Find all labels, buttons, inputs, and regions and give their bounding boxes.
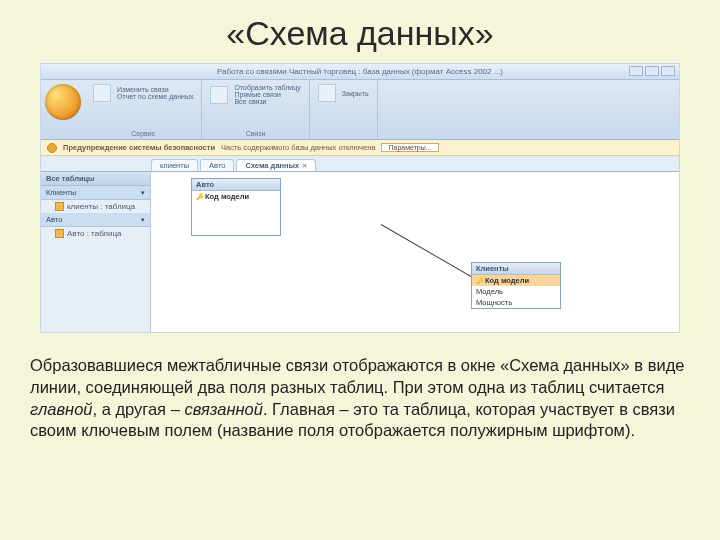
text-emphasis: связанной bbox=[184, 400, 263, 418]
edit-rel-icon[interactable] bbox=[93, 84, 111, 102]
table-title: Авто bbox=[192, 179, 280, 191]
nav-section-label: Авто bbox=[46, 215, 62, 224]
field-empty bbox=[192, 202, 280, 213]
relationship-canvas[interactable]: Авто Код модели Клиенты Код модели Модел… bbox=[151, 172, 679, 332]
tab-clients[interactable]: клиенты bbox=[151, 159, 198, 171]
table-icon bbox=[55, 229, 64, 238]
ribbon-group-relations: Связи bbox=[210, 130, 300, 137]
security-options-button[interactable]: Параметры... bbox=[381, 143, 438, 152]
nav-item-clients-table[interactable]: клиенты : таблица bbox=[41, 200, 150, 213]
nav-item-label: клиенты : таблица bbox=[67, 202, 135, 211]
window-title: Работа со связями Частный торговец : баз… bbox=[217, 67, 503, 76]
office-button[interactable] bbox=[45, 84, 81, 120]
minimize-button[interactable] bbox=[629, 66, 643, 76]
nav-section-label: Клиенты bbox=[46, 188, 76, 197]
table-icon bbox=[55, 202, 64, 211]
window-title-bar: Работа со связями Частный торговец : баз… bbox=[41, 64, 679, 80]
field-key[interactable]: Код модели bbox=[472, 275, 560, 286]
tab-auto[interactable]: Авто bbox=[200, 159, 234, 171]
diagram-table-auto[interactable]: Авто Код модели bbox=[191, 178, 281, 236]
close-icon[interactable] bbox=[318, 84, 336, 102]
security-label: Предупреждение системы безопасности bbox=[63, 143, 215, 152]
nav-header[interactable]: Все таблицы bbox=[41, 172, 150, 186]
field[interactable]: Мощность bbox=[472, 297, 560, 308]
tab-label: Авто bbox=[209, 161, 225, 170]
diagram-table-clients[interactable]: Клиенты Код модели Модель Мощность bbox=[471, 262, 561, 309]
tab-label: Схема данных bbox=[245, 161, 299, 170]
shield-icon bbox=[47, 143, 57, 153]
work-area: Все таблицы Клиенты ▾ клиенты : таблица … bbox=[41, 172, 679, 332]
chevron-down-icon: ▾ bbox=[141, 216, 145, 224]
ribbon-btn-close[interactable]: Закрыть bbox=[342, 90, 369, 97]
field-empty bbox=[192, 213, 280, 224]
ribbon: Изменить связи Отчет по схеме данных Сер… bbox=[41, 80, 679, 140]
access-screenshot: Работа со связями Частный торговец : баз… bbox=[40, 63, 680, 333]
document-tabs: клиенты Авто Схема данных × bbox=[41, 156, 679, 172]
chevron-down-icon: ▾ bbox=[141, 189, 145, 197]
close-button[interactable] bbox=[661, 66, 675, 76]
maximize-button[interactable] bbox=[645, 66, 659, 76]
ribbon-btn-all[interactable]: Все связи bbox=[234, 98, 300, 105]
nav-item-label: Авто : таблица bbox=[67, 229, 122, 238]
nav-header-label: Все таблицы bbox=[46, 174, 95, 183]
field-empty bbox=[192, 224, 280, 235]
table-title: Клиенты bbox=[472, 263, 560, 275]
tab-close-icon[interactable]: × bbox=[302, 161, 307, 170]
security-message: Часть содержимого базы данных отключена bbox=[221, 143, 375, 152]
ribbon-btn-show-table[interactable]: Отобразить таблицу bbox=[234, 84, 300, 91]
show-table-icon[interactable] bbox=[210, 86, 228, 104]
tab-label: клиенты bbox=[160, 161, 189, 170]
navigation-pane: Все таблицы Клиенты ▾ клиенты : таблица … bbox=[41, 172, 151, 332]
nav-section-auto[interactable]: Авто ▾ bbox=[41, 213, 150, 227]
ribbon-btn-report[interactable]: Отчет по схеме данных bbox=[117, 93, 193, 100]
ribbon-group-tools: Сервис bbox=[93, 130, 193, 137]
nav-item-auto-table[interactable]: Авто : таблица bbox=[41, 227, 150, 240]
ribbon-btn-edit-rel[interactable]: Изменить связи bbox=[117, 86, 193, 93]
ribbon-btn-direct[interactable]: Прямые связи bbox=[234, 91, 300, 98]
text-run: , а другая – bbox=[92, 400, 184, 418]
field-key[interactable]: Код модели bbox=[192, 191, 280, 202]
text-run: Образовавшиеся межтабличные связи отобра… bbox=[30, 356, 685, 396]
slide-title: «Схема данных» bbox=[0, 0, 720, 63]
tab-schema[interactable]: Схема данных × bbox=[236, 159, 315, 171]
security-warning-bar: Предупреждение системы безопасности Част… bbox=[41, 140, 679, 156]
slide-body-paragraph: Образовавшиеся межтабличные связи отобра… bbox=[0, 333, 720, 442]
nav-section-clients[interactable]: Клиенты ▾ bbox=[41, 186, 150, 200]
text-emphasis: главной bbox=[30, 400, 92, 418]
field[interactable]: Модель bbox=[472, 286, 560, 297]
